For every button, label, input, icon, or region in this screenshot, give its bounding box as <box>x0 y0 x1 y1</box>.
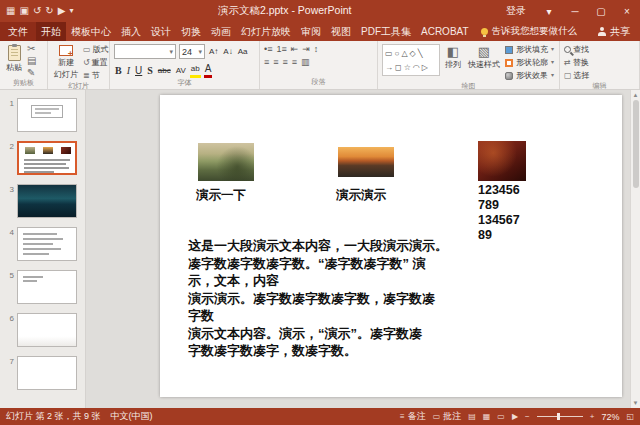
decrease-font-size-button[interactable]: A↓ <box>222 45 233 58</box>
comments-toggle[interactable]: ▭批注 <box>433 410 462 423</box>
tab-template-center[interactable]: 模板中心 <box>66 22 116 41</box>
tab-animations[interactable]: 动画 <box>206 22 236 41</box>
image-caption-1[interactable]: 演示一下 <box>196 187 246 204</box>
scroll-down-icon[interactable]: ▼ <box>633 398 639 408</box>
slide-image-landscape[interactable] <box>198 143 254 181</box>
paste-button[interactable]: 粘贴 <box>4 44 24 74</box>
language-status[interactable]: 中文(中国) <box>111 410 153 423</box>
slide-body-text[interactable]: 这是一大段演示文本内容，一大段演示演示。 凑字数凑字数凑字数。“凑字数凑字数” … <box>188 237 448 360</box>
increase-font-size-button[interactable]: A↑ <box>208 45 219 58</box>
highlight-color-button[interactable]: ab <box>190 62 201 78</box>
image-caption-2[interactable]: 演示演示 <box>336 187 386 204</box>
font-color-button[interactable]: A <box>204 62 213 78</box>
maximize-button[interactable]: ▢ <box>588 3 614 20</box>
slide-thumbnail-5[interactable]: 5 <box>0 270 85 313</box>
slide-preview[interactable] <box>17 227 77 261</box>
slide-preview[interactable] <box>17 141 77 175</box>
fit-to-window-icon[interactable]: ◱ <box>626 412 634 421</box>
slide-thumbnail-6[interactable]: 6 <box>0 313 85 356</box>
decrease-indent-button[interactable]: ⇤ <box>291 44 299 54</box>
tab-transitions[interactable]: 切换 <box>176 22 206 41</box>
strikethrough-button[interactable]: abc <box>157 64 172 77</box>
share-button[interactable]: 共享 <box>587 22 640 41</box>
slide-sorter-view-icon[interactable]: ▦ <box>483 412 491 421</box>
italic-button[interactable]: I <box>126 64 131 77</box>
font-name-combobox[interactable]: ▾ <box>114 44 176 59</box>
align-left-button[interactable]: ≡ <box>264 57 269 67</box>
tab-review[interactable]: 审阅 <box>296 22 326 41</box>
notes-toggle[interactable]: ≡备注 <box>400 410 426 423</box>
format-painter-icon[interactable]: ✎ <box>27 68 36 78</box>
vertical-scrollbar[interactable]: ▲ ▼ <box>630 90 640 408</box>
align-right-button[interactable]: ≡ <box>283 57 288 67</box>
minimize-button[interactable]: ─ <box>562 3 588 20</box>
tab-pdf-tools[interactable]: PDF工具集 <box>356 22 416 41</box>
underline-button[interactable]: U <box>134 64 143 77</box>
zoom-out-icon[interactable]: − <box>525 412 530 421</box>
select-button[interactable]: ▢选择 <box>564 70 590 81</box>
sign-in-button[interactable]: 登录 <box>496 4 536 18</box>
undo-icon[interactable]: ↺ <box>33 6 41 16</box>
reset-button[interactable]: ↺重置 <box>83 57 109 68</box>
slide-image-sunset[interactable] <box>338 147 394 177</box>
slide-thumbnail-1[interactable]: 1 <box>0 98 85 141</box>
normal-view-icon[interactable]: ▤ <box>468 412 476 421</box>
justify-button[interactable]: ≡ <box>292 57 297 67</box>
current-slide[interactable]: 演示一下 演示演示 123456 789 134567 89 这是一大段演示文本… <box>160 95 622 397</box>
tab-view[interactable]: 视图 <box>326 22 356 41</box>
columns-button[interactable]: ▥ <box>301 57 310 67</box>
find-button[interactable]: 查找 <box>564 44 590 55</box>
cut-icon[interactable]: ✂ <box>27 44 36 54</box>
ribbon-display-options-icon[interactable]: ▾ <box>536 3 562 20</box>
group-label-paragraph[interactable]: 段落 <box>260 77 377 89</box>
scrollbar-thumb[interactable] <box>633 100 639 188</box>
copy-icon[interactable]: ▤ <box>27 56 36 66</box>
group-label-font[interactable]: 字体 <box>110 78 259 90</box>
slide-thumbnail-2[interactable]: 2 <box>0 141 85 184</box>
font-size-combobox[interactable]: 24▾ <box>179 44 205 59</box>
group-label-clipboard[interactable]: 剪贴板 <box>0 78 47 90</box>
close-button[interactable]: × <box>614 3 640 20</box>
slide-preview[interactable] <box>17 98 77 132</box>
character-spacing-button[interactable]: AV <box>175 64 187 77</box>
layout-button[interactable]: ▭版式 <box>83 44 109 55</box>
shape-outline-button[interactable]: 形状轮廓▾ <box>505 57 554 68</box>
shapes-row-1[interactable]: ▭○△◇╲ <box>385 49 437 58</box>
tab-file[interactable]: 文件 <box>0 22 36 41</box>
tab-slideshow[interactable]: 幻灯片放映 <box>236 22 296 41</box>
increase-indent-button[interactable]: ⇥ <box>302 44 310 54</box>
new-slide-button[interactable]: 新建 幻灯片 <box>52 44 80 81</box>
arrange-button[interactable]: ◧ 排列 <box>443 44 463 71</box>
numbering-button[interactable]: 1≡ <box>276 44 286 54</box>
zoom-slider[interactable] <box>537 416 583 417</box>
slideshow-view-icon[interactable]: ▶ <box>512 412 518 421</box>
tab-insert[interactable]: 插入 <box>116 22 146 41</box>
image-caption-numbers[interactable]: 123456 789 134567 89 <box>478 183 520 243</box>
tell-me-box[interactable]: 告诉我您想要做什么 <box>474 22 585 41</box>
slide-preview[interactable] <box>17 184 77 218</box>
section-button[interactable]: ≣节 <box>83 70 109 81</box>
reading-view-icon[interactable]: ▭ <box>497 412 505 421</box>
slide-preview[interactable] <box>17 356 77 390</box>
align-center-button[interactable]: ≡ <box>273 57 278 67</box>
quick-styles-button[interactable]: ▧ 快速样式 <box>466 44 502 71</box>
bullets-button[interactable]: •≡ <box>264 44 272 54</box>
slide-thumbnail-7[interactable]: 7 <box>0 356 85 399</box>
start-slideshow-icon[interactable]: ▶ <box>58 6 66 16</box>
slide-thumbnail-3[interactable]: 3 <box>0 184 85 227</box>
slide-count-status[interactable]: 幻灯片 第 2 张，共 9 张 <box>6 410 101 423</box>
slide-preview[interactable] <box>17 270 77 304</box>
tab-acrobat[interactable]: ACROBAT <box>416 22 474 41</box>
zoom-level[interactable]: 72% <box>601 412 619 422</box>
tab-design[interactable]: 设计 <box>146 22 176 41</box>
shapes-row-2[interactable]: →◻☆◠▷ <box>385 63 437 72</box>
text-shadow-button[interactable]: S <box>146 64 154 77</box>
save-icon[interactable]: ▣ <box>19 6 28 16</box>
slide-image-dark-red[interactable] <box>478 141 526 181</box>
scroll-up-icon[interactable]: ▲ <box>633 90 639 100</box>
slide-preview[interactable] <box>17 313 77 347</box>
line-spacing-button[interactable]: ↕ <box>314 44 319 54</box>
zoom-slider-thumb[interactable] <box>557 413 560 420</box>
bold-button[interactable]: B <box>114 64 123 77</box>
change-case-button[interactable]: Aa <box>237 45 249 58</box>
